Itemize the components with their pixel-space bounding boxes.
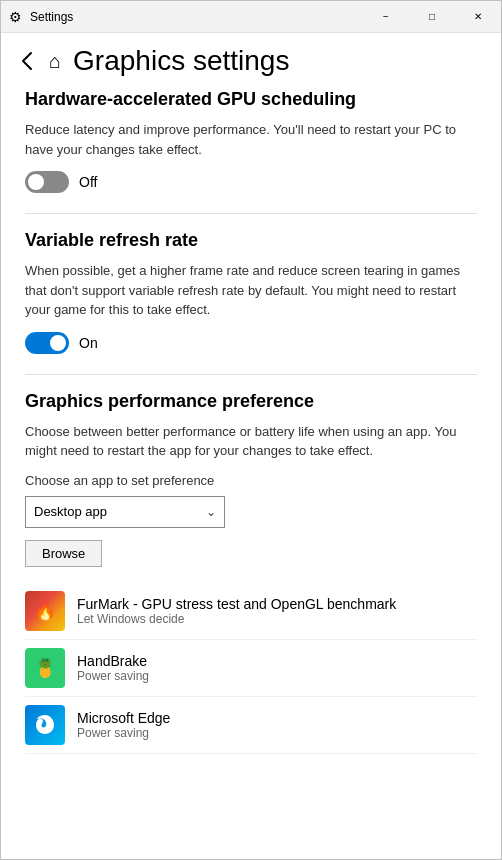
toggle-thumb-refresh xyxy=(50,335,66,351)
graphics-preference-title: Graphics performance preference xyxy=(25,391,477,412)
edge-status: Power saving xyxy=(77,726,170,740)
app-type-dropdown[interactable]: Desktop app ⌄ xyxy=(25,496,225,528)
gpu-scheduling-title: Hardware-accelerated GPU scheduling xyxy=(25,89,477,110)
gpu-scheduling-toggle-label: Off xyxy=(79,174,97,190)
furmark-icon: 🔥 xyxy=(25,591,65,631)
gpu-scheduling-toggle[interactable] xyxy=(25,171,69,193)
app-item-handbrake: 🍍 HandBrake Power saving xyxy=(25,640,477,697)
back-arrow-icon xyxy=(21,51,33,71)
gpu-scheduling-desc: Reduce latency and improve performance. … xyxy=(25,120,477,159)
variable-refresh-toggle-label: On xyxy=(79,335,98,351)
edge-logo-icon xyxy=(33,713,57,737)
divider-1 xyxy=(25,213,477,214)
title-bar: ⚙ Settings − □ ✕ xyxy=(1,1,501,33)
handbrake-info: HandBrake Power saving xyxy=(77,653,149,683)
app-item-edge: Microsoft Edge Power saving xyxy=(25,697,477,754)
title-bar-left: ⚙ Settings xyxy=(9,9,73,25)
edge-info: Microsoft Edge Power saving xyxy=(77,710,170,740)
page-header: ⌂ Graphics settings xyxy=(1,33,501,81)
graphics-preference-desc: Choose between better performance or bat… xyxy=(25,422,477,461)
toggle-thumb-gpu xyxy=(28,174,44,190)
toggle-track-refresh xyxy=(25,332,69,354)
variable-refresh-title: Variable refresh rate xyxy=(25,230,477,251)
close-button[interactable]: ✕ xyxy=(455,1,501,33)
graphics-preference-section: Graphics performance preference Choose b… xyxy=(25,391,477,754)
window-controls: − □ ✕ xyxy=(363,1,501,33)
app-list: 🔥 FurMark - GPU stress test and OpenGL b… xyxy=(25,583,477,754)
back-button[interactable] xyxy=(17,47,37,75)
chevron-down-icon: ⌄ xyxy=(206,505,216,519)
page-title: Graphics settings xyxy=(73,45,289,77)
browse-button[interactable]: Browse xyxy=(25,540,102,567)
variable-refresh-section: Variable refresh rate When possible, get… xyxy=(25,230,477,354)
edge-icon xyxy=(25,705,65,745)
dropdown-label: Choose an app to set preference xyxy=(25,473,477,488)
toggle-track-gpu xyxy=(25,171,69,193)
handbrake-name: HandBrake xyxy=(77,653,149,669)
minimize-button[interactable]: − xyxy=(363,1,409,33)
window-title: Settings xyxy=(30,10,73,24)
furmark-status: Let Windows decide xyxy=(77,612,396,626)
furmark-name: FurMark - GPU stress test and OpenGL ben… xyxy=(77,596,396,612)
gpu-scheduling-section: Hardware-accelerated GPU scheduling Redu… xyxy=(25,89,477,193)
divider-2 xyxy=(25,374,477,375)
settings-window: ⚙ Settings − □ ✕ ⌂ Graphics settings Har… xyxy=(0,0,502,860)
variable-refresh-toggle-row: On xyxy=(25,332,477,354)
content-area: Hardware-accelerated GPU scheduling Redu… xyxy=(1,81,501,859)
app-item-furmark: 🔥 FurMark - GPU stress test and OpenGL b… xyxy=(25,583,477,640)
handbrake-icon: 🍍 xyxy=(25,648,65,688)
edge-name: Microsoft Edge xyxy=(77,710,170,726)
home-icon: ⌂ xyxy=(49,50,61,73)
variable-refresh-desc: When possible, get a higher frame rate a… xyxy=(25,261,477,320)
variable-refresh-toggle[interactable] xyxy=(25,332,69,354)
maximize-button[interactable]: □ xyxy=(409,1,455,33)
furmark-info: FurMark - GPU stress test and OpenGL ben… xyxy=(77,596,396,626)
gpu-scheduling-toggle-row: Off xyxy=(25,171,477,193)
settings-icon: ⚙ xyxy=(9,9,22,25)
dropdown-value: Desktop app xyxy=(34,504,107,519)
handbrake-status: Power saving xyxy=(77,669,149,683)
